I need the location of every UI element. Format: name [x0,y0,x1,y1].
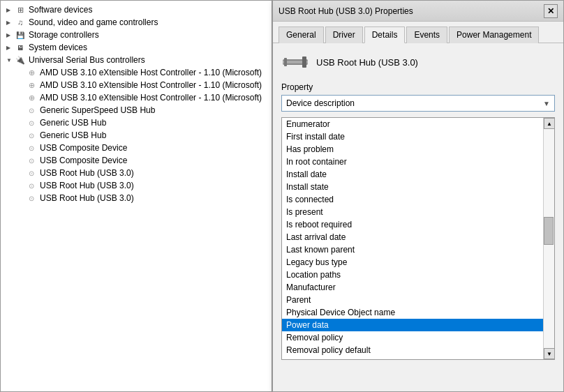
storage-icon [15,29,26,40]
scrollbar[interactable]: ▲ ▼ [543,118,554,359]
tab-driver[interactable]: Driver [325,27,363,43]
tree-item-usb-composite-1[interactable]: USB Composite Device [1,142,272,154]
list-item-power-data[interactable]: Power data [282,319,554,331]
tree-item-label: AMD USB 3.10 eXtensible Host Controller … [40,93,262,103]
tree-item-label: Software devices [29,5,92,15]
svg-rect-2 [302,56,306,68]
hub-icon [26,142,37,153]
list-item-install-date[interactable]: Install date [282,168,554,181]
properties-dialog: USB Root Hub (USB 3.0) Properties ✕ Gene… [272,0,564,392]
tree-item-usb-composite-2[interactable]: USB Composite Device [1,154,272,167]
scroll-up-button[interactable]: ▲ [544,118,555,129]
list-item-enumerator[interactable]: Enumerator [282,118,554,130]
tab-events[interactable]: Events [406,27,447,43]
list-item-is-reboot-required[interactable]: Is reboot required [282,218,554,231]
device-name: USB Root Hub (USB 3.0) [316,57,418,68]
tree-item-label: USB Composite Device [40,156,127,165]
device-tree: ▶Software devices▶Sound, video and game … [1,1,272,207]
tree-item-label: USB Root Hub (USB 3.0) [40,193,134,203]
collapse-arrow-icon[interactable]: ▶ [6,32,15,38]
list-item-removal-policy-default[interactable]: Removal policy default [282,344,554,356]
list-item-parent[interactable]: Parent [282,294,554,306]
hub-icon [26,193,37,204]
tree-item-label: Generic USB Hub [40,118,106,128]
collapse-arrow-icon[interactable]: ▶ [6,45,15,51]
list-item-location-paths[interactable]: Location paths [282,269,554,281]
tree-item-software-devices[interactable]: ▶Software devices [1,3,272,16]
hub-icon [26,167,37,179]
controller-icon [26,67,37,78]
tree-item-usb-controllers[interactable]: ▼Universal Serial Bus controllers [1,54,272,66]
tab-power-management[interactable]: Power Management [449,27,539,43]
list-item-legacy-bus-type[interactable]: Legacy bus type [282,256,554,269]
tree-item-usb-root-1[interactable]: USB Root Hub (USB 3.0) [1,167,272,179]
list-item-first-install-date[interactable]: First install date [282,130,554,143]
list-item-is-connected[interactable]: Is connected [282,193,554,206]
controller-icon [26,80,37,91]
list-item-last-known-parent[interactable]: Last known parent [282,243,554,256]
list-item-install-state[interactable]: Install state [282,181,554,193]
list-item-reported-device-ids-hash[interactable]: Reported device Ids hash [282,356,554,359]
collapse-arrow-icon[interactable]: ▶ [6,20,15,26]
list-item-last-arrival-date[interactable]: Last arrival date [282,231,554,243]
hub-icon [26,117,37,128]
tree-item-label: USB Root Hub (USB 3.0) [40,168,134,178]
tree-item-storage-controllers[interactable]: ▶Storage controllers [1,29,272,41]
dialog-titlebar: USB Root Hub (USB 3.0) Properties ✕ [273,1,563,22]
tree-item-label: Generic USB Hub [40,130,106,140]
tree-item-sound-devices[interactable]: ▶Sound, video and game controllers [1,16,272,29]
svg-rect-3 [284,58,287,66]
tree-item-label: Generic SuperSpeed USB Hub [40,105,155,115]
hub-icon [26,155,37,166]
list-item-manufacturer[interactable]: Manufacturer [282,281,554,294]
tree-item-amd-usb-1[interactable]: AMD USB 3.10 eXtensible Host Controller … [1,66,272,79]
tree-item-label: USB Root Hub (USB 3.0) [40,181,134,190]
tree-item-amd-usb-3[interactable]: AMD USB 3.10 eXtensible Host Controller … [1,91,272,104]
hub-icon [26,105,37,116]
usb-icon [15,54,26,66]
tree-item-usb-root-2[interactable]: USB Root Hub (USB 3.0) [1,179,272,192]
dropdown-value: Device description [286,98,355,108]
expand-arrow-icon[interactable]: ▼ [6,57,15,63]
property-dropdown[interactable]: Device description ▼ [281,95,555,112]
list-item-has-problem[interactable]: Has problem [282,143,554,156]
tree-item-system-devices[interactable]: ▶System devices [1,41,272,54]
list-item-is-present[interactable]: Is present [282,206,554,218]
device-header: USB Root Hub (USB 3.0) [281,52,555,73]
collapse-arrow-icon[interactable]: ▶ [6,7,15,13]
list-item-removal-policy[interactable]: Removal policy [282,331,554,344]
property-listbox[interactable]: EnumeratorFirst install dateHas problemI… [281,117,555,360]
tab-details[interactable]: Details [364,27,406,43]
dialog-title: USB Root Hub (USB 3.0) Properties [279,6,413,16]
device-icon [281,52,309,73]
tree-item-generic-usb-1[interactable]: Generic USB Hub [1,116,272,129]
listbox-inner: EnumeratorFirst install dateHas problemI… [282,118,554,359]
tree-item-label: AMD USB 3.10 eXtensible Host Controller … [40,68,262,77]
hub-icon [26,180,37,191]
tree-item-label: Storage controllers [29,30,99,40]
list-item-in-root-container[interactable]: In root container [282,156,554,168]
tree-item-label: System devices [29,43,87,52]
hub-icon [26,130,37,141]
system-icon [15,42,26,53]
scrollbar-thumb[interactable] [544,217,554,245]
tree-item-label: Sound, video and game controllers [29,17,158,27]
close-button[interactable]: ✕ [544,4,558,18]
property-label: Property [281,82,555,92]
scroll-down-button[interactable]: ▼ [544,348,555,359]
list-item-physical-device-object-name[interactable]: Physical Device Object name [282,306,554,319]
sound-icon [15,17,26,28]
tree-item-amd-usb-2[interactable]: AMD USB 3.10 eXtensible Host Controller … [1,79,272,91]
tree-item-generic-usb-2[interactable]: Generic USB Hub [1,129,272,142]
tree-item-generic-superspeed[interactable]: Generic SuperSpeed USB Hub [1,104,272,116]
software-icon [15,4,26,15]
device-manager: ▶Software devices▶Sound, video and game … [0,0,272,392]
tab-general[interactable]: General [279,27,324,43]
dialog-body: USB Root Hub (USB 3.0) Property Device d… [273,43,563,368]
dropdown-arrow-icon: ▼ [543,100,550,107]
tree-item-usb-root-3[interactable]: USB Root Hub (USB 3.0) [1,192,272,204]
scrollbar-track[interactable] [544,129,554,348]
tree-item-label: AMD USB 3.10 eXtensible Host Controller … [40,80,262,90]
tab-bar: GeneralDriverDetailsEventsPower Manageme… [273,22,563,43]
tree-item-label: USB Composite Device [40,143,127,153]
